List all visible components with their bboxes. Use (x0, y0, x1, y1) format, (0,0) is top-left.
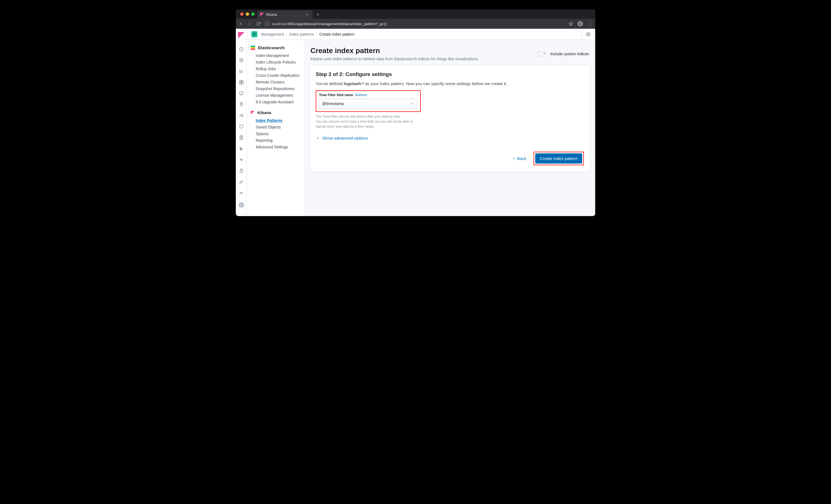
sidebar-item[interactable]: Index Lifecycle Policies (247, 59, 304, 65)
url-path: :5601/app/kibana#/management/kibana/inde… (286, 22, 386, 26)
toggle-off-x-icon: ✕ (543, 52, 546, 56)
sidebar-item[interactable]: Saved Objects (247, 124, 304, 130)
apm-icon[interactable] (239, 146, 244, 151)
tab-title: Kibana (266, 13, 277, 17)
profile-avatar-icon[interactable] (577, 21, 583, 27)
kibana-icon (251, 111, 255, 115)
svg-point-11 (240, 115, 240, 116)
kibana-nav-rail (236, 29, 247, 216)
browser-window: Kibana × + i localhost:5601/app/kibana#/… (236, 9, 595, 216)
sidebar-item[interactable]: Snapshot Repositories (247, 85, 304, 92)
new-tab-button[interactable]: + (313, 10, 323, 19)
svg-point-21 (588, 33, 589, 35)
address-bar[interactable]: i localhost:5601/app/kibana#/management/… (265, 22, 565, 26)
create-index-pattern-button[interactable]: Create index pattern (535, 153, 582, 164)
include-system-indices-label: Include system indices (550, 52, 589, 56)
uptime-icon[interactable] (239, 157, 244, 162)
nav-back-icon[interactable] (238, 22, 243, 26)
site-info-icon[interactable]: i (265, 22, 269, 26)
sidebar-item[interactable]: Rollup Jobs (247, 65, 304, 72)
breadcrumb-bar: D Management / Index patterns / Create i… (247, 29, 595, 40)
sidebar-item[interactable]: Spaces (247, 130, 304, 137)
sidebar-item[interactable]: Reporting (247, 137, 304, 144)
kibana-icon (260, 13, 264, 17)
time-filter-selected-value: @timestamp (322, 101, 344, 106)
monitoring-icon[interactable] (239, 190, 244, 195)
back-button[interactable]: Back (509, 154, 529, 163)
svg-point-1 (580, 23, 581, 24)
sidebar-section-title: Kibana (257, 110, 271, 115)
space-selector[interactable]: D (251, 31, 257, 37)
svg-rect-7 (241, 82, 243, 84)
svg-rect-17 (240, 149, 241, 150)
svg-rect-9 (240, 92, 243, 94)
time-filter-field-highlight: Time Filter field name Refresh @timestam… (316, 90, 421, 112)
browser-toolbar: i localhost:5601/app/kibana#/management/… (236, 19, 595, 29)
time-filter-field-select[interactable]: @timestamp (319, 99, 418, 109)
show-advanced-options-toggle[interactable]: Show advanced options (316, 136, 584, 141)
maps-icon[interactable] (239, 102, 244, 107)
chevron-left-icon (512, 157, 516, 160)
time-filter-field-label: Time Filter field name (319, 93, 353, 97)
bookmark-star-icon[interactable] (569, 22, 573, 26)
siem-icon[interactable] (239, 168, 244, 173)
logs-icon[interactable] (239, 135, 244, 140)
include-system-indices-toggle[interactable]: ✕ (537, 51, 547, 56)
svg-rect-18 (240, 171, 243, 173)
canvas-icon[interactable] (239, 91, 244, 96)
sidebar-item[interactable]: 8.0 Upgrade Assistant (247, 99, 304, 105)
visualize-icon[interactable] (239, 69, 244, 74)
refresh-fields-link[interactable]: Refresh (355, 93, 367, 97)
sidebar-item[interactable]: Cross-Cluster Replication (247, 72, 304, 79)
svg-rect-16 (240, 148, 243, 149)
breadcrumb-item[interactable]: Index patterns (289, 32, 314, 36)
discover-icon[interactable] (239, 58, 244, 63)
window-zoom-dot[interactable] (251, 12, 255, 16)
svg-rect-5 (239, 81, 241, 82)
sidebar-section-title: Elasticsearch (258, 45, 285, 50)
infrastructure-icon[interactable] (239, 124, 244, 129)
dev-tools-icon[interactable] (239, 179, 244, 184)
svg-point-10 (241, 103, 242, 105)
svg-point-13 (242, 116, 243, 117)
breadcrumb-item[interactable]: Management (261, 32, 284, 36)
time-filter-helper-text: The Time Filter will use this field to f… (316, 114, 415, 129)
breadcrumb-item-current: Create index pattern (319, 32, 354, 36)
create-button-highlight: Create index pattern (534, 152, 584, 165)
management-nav-item[interactable] (238, 202, 245, 209)
management-sidebar: Elasticsearch Index Management Index Lif… (247, 40, 304, 216)
nav-reload-icon[interactable] (256, 22, 261, 26)
sidebar-item[interactable]: Advanced Settings (247, 144, 304, 150)
sidebar-item-index-patterns[interactable]: Index Patterns (247, 117, 304, 124)
window-minimize-dot[interactable] (246, 12, 249, 16)
page-content: Create index pattern Kibana uses index p… (304, 40, 595, 216)
svg-rect-8 (239, 83, 241, 84)
browser-tab[interactable]: Kibana × (257, 10, 313, 19)
sidebar-item[interactable]: Index Management (247, 52, 304, 59)
ml-icon[interactable] (239, 113, 244, 118)
url-host: localhost (272, 22, 286, 26)
dashboard-icon[interactable] (239, 80, 244, 85)
chevron-down-icon (410, 102, 414, 106)
sidebar-item[interactable]: Remote Clusters (247, 79, 304, 85)
svg-rect-15 (240, 148, 241, 148)
step-description: You've defined logstash-* as your index … (316, 81, 584, 86)
sidebar-item[interactable]: License Management (247, 92, 304, 99)
page-subtitle: Kibana uses index patterns to retrieve d… (311, 57, 479, 61)
close-tab-icon[interactable]: × (305, 12, 309, 17)
collapse-nav-button[interactable] (236, 214, 247, 216)
breadcrumb-separator: / (316, 32, 317, 36)
step-card: Step 2 of 2: Configure settings You've d… (309, 65, 590, 172)
svg-marker-0 (569, 22, 573, 25)
svg-point-12 (242, 114, 243, 115)
window-close-dot[interactable] (240, 12, 243, 16)
svg-marker-4 (240, 59, 242, 61)
breadcrumb: Management / Index patterns / Create ind… (261, 32, 354, 36)
browser-menu-icon[interactable]: ⋮ (588, 23, 593, 24)
header-help-icon[interactable] (582, 29, 591, 39)
svg-point-19 (240, 205, 242, 206)
elasticsearch-icon (251, 46, 255, 50)
management-gear-icon (239, 203, 244, 208)
recently-viewed-icon[interactable] (239, 47, 244, 52)
kibana-home-button[interactable] (236, 31, 247, 42)
